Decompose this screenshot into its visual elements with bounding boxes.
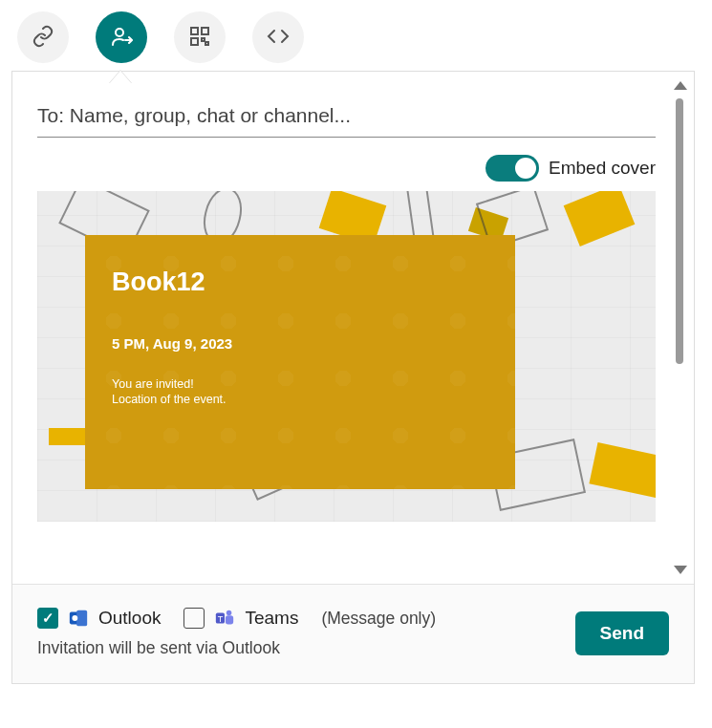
svg-rect-5 xyxy=(205,42,208,45)
embed-cover-toggle[interactable] xyxy=(485,155,539,182)
embed-cover-label: Embed cover xyxy=(549,158,656,179)
link-icon xyxy=(32,25,54,51)
tab-link[interactable] xyxy=(17,11,69,63)
tab-invite-people[interactable] xyxy=(96,11,147,63)
outlook-icon xyxy=(68,608,89,629)
teams-checkbox[interactable] xyxy=(183,608,205,629)
invite-panel: Embed cover Book12 5 PM, Aug 9, 2023 You… xyxy=(11,71,695,684)
scrollbar[interactable] xyxy=(673,81,688,574)
share-mode-tabs xyxy=(11,11,701,71)
svg-point-10 xyxy=(227,610,232,616)
send-subtext: Invitation will be sent via Outlook xyxy=(37,638,575,658)
scroll-up-icon[interactable] xyxy=(674,81,687,90)
selected-tab-pointer xyxy=(109,71,132,84)
svg-rect-1 xyxy=(191,28,198,34)
svg-rect-2 xyxy=(202,28,208,34)
recipients-input[interactable] xyxy=(37,98,656,138)
cover-preview: Book12 5 PM, Aug 9, 2023 You are invited… xyxy=(37,191,656,522)
svg-rect-11 xyxy=(226,615,233,624)
cover-title: Book12 xyxy=(112,268,488,297)
scroll-down-icon[interactable] xyxy=(674,566,687,574)
embed-cover-row: Embed cover xyxy=(37,155,656,182)
svg-rect-3 xyxy=(191,38,198,45)
svg-rect-4 xyxy=(202,38,205,41)
invite-scroll-area: Embed cover Book12 5 PM, Aug 9, 2023 You… xyxy=(12,72,694,584)
scroll-thumb[interactable] xyxy=(676,98,683,364)
outlook-checkbox[interactable] xyxy=(37,608,58,629)
svg-rect-7 xyxy=(76,610,87,627)
svg-point-0 xyxy=(116,29,123,36)
teams-hint: (Message only) xyxy=(321,609,436,629)
outlook-label: Outlook xyxy=(98,608,161,629)
send-button[interactable]: Send xyxy=(575,611,669,655)
teams-icon: T xyxy=(214,608,235,629)
footer-bar: Outlook T Teams (Message only) Invitatio… xyxy=(12,584,694,683)
qr-icon xyxy=(188,25,211,51)
cover-location-line: Location of the event. xyxy=(112,392,488,407)
tab-embed[interactable] xyxy=(252,11,304,63)
teams-label: Teams xyxy=(245,608,298,629)
cover-datetime: 5 PM, Aug 9, 2023 xyxy=(112,335,488,352)
share-person-icon xyxy=(110,25,133,51)
svg-point-8 xyxy=(72,615,77,621)
tab-qr[interactable] xyxy=(174,11,226,63)
code-icon xyxy=(267,25,290,51)
footer-options: Outlook T Teams (Message only) Invitatio… xyxy=(37,608,575,658)
cover-card: Book12 5 PM, Aug 9, 2023 You are invited… xyxy=(85,235,515,489)
svg-text:T: T xyxy=(218,614,224,624)
send-channel-row: Outlook T Teams (Message only) xyxy=(37,608,575,629)
cover-invite-line: You are invited! xyxy=(112,376,488,392)
scroll-track[interactable] xyxy=(676,98,683,557)
